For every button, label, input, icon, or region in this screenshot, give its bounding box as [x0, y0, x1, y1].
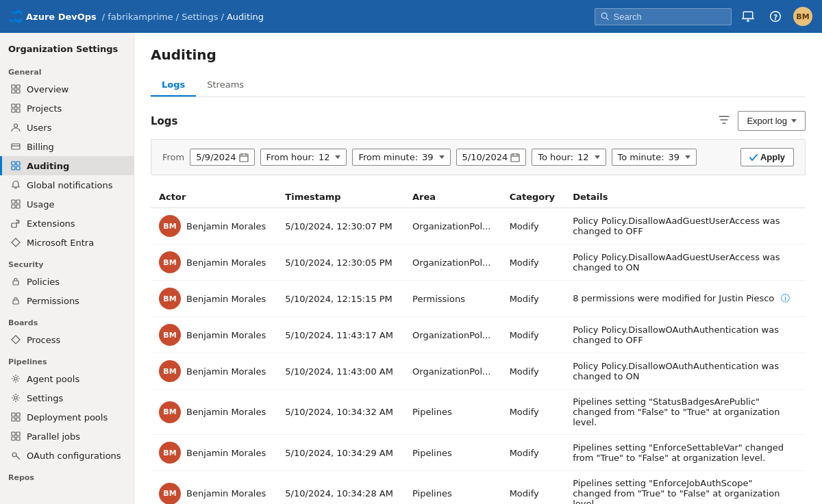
notifications-icon[interactable] [737, 5, 759, 27]
actor-cell-5: BM Benjamin Morales [151, 390, 277, 435]
from-minute-label: From minute: [358, 152, 418, 162]
to-minute-value: 39 [669, 152, 680, 162]
sidebar-label-agent-pools: Agent pools [27, 374, 79, 384]
tab-logs[interactable]: Logs [151, 74, 196, 97]
sidebar-label-users: Users [27, 123, 51, 133]
from-hour-label: From hour: [266, 152, 314, 162]
svg-rect-14 [12, 109, 15, 112]
from-date-picker[interactable]: 5/9/2024 [190, 149, 254, 166]
actor-name-2: Benjamin Morales [186, 294, 266, 304]
checkmark-icon [749, 153, 758, 162]
details-cell-1: Policy Policy.DisallowAadGuestUserAccess… [564, 244, 806, 281]
user-avatar[interactable]: BM [792, 5, 814, 27]
search-bar[interactable] [595, 8, 732, 25]
area-cell-0: OrganizationPol... [404, 208, 501, 244]
tab-streams[interactable]: Streams [196, 74, 255, 97]
search-input[interactable] [614, 12, 725, 22]
sidebar-item-projects[interactable]: Projects [0, 99, 134, 118]
sidebar-item-agent-pools[interactable]: Agent pools [0, 369, 134, 388]
sidebar-item-users[interactable]: Users [0, 118, 134, 137]
svg-rect-20 [16, 162, 20, 165]
sidebar-item-auditing[interactable]: Auditing [0, 156, 134, 175]
svg-rect-29 [13, 281, 18, 285]
svg-rect-48 [511, 154, 519, 162]
sidebar-item-parallel-jobs[interactable]: Parallel jobs [0, 427, 134, 446]
parallel-jobs-icon [10, 431, 21, 442]
svg-rect-12 [12, 104, 15, 108]
to-minute-dropdown[interactable]: To minute: 39 [612, 149, 697, 166]
deployment-icon [10, 412, 21, 423]
category-cell-0: Modify [501, 208, 565, 244]
to-date-picker[interactable]: 5/10/2024 [456, 149, 527, 166]
details-cell-5: Pipelines setting "StatusBadgesArePublic… [564, 390, 806, 435]
breadcrumb-org[interactable]: fabrikamprime [108, 12, 173, 22]
logs-header: Logs Export log [151, 111, 806, 131]
from-hour-dropdown[interactable]: From hour: 12 [260, 149, 347, 166]
svg-line-1 [606, 18, 608, 20]
tabs-container: Logs Streams [151, 74, 806, 97]
actor-name-4: Benjamin Morales [186, 366, 266, 377]
usage-icon [10, 199, 21, 210]
sidebar-label-deployment-pools: Deployment pools [27, 412, 108, 423]
svg-point-0 [601, 13, 607, 18]
actor-cell-2: BM Benjamin Morales [151, 281, 277, 317]
main-layout: Organization Settings General Overview P… [0, 33, 822, 504]
settings-gear-icon [10, 392, 21, 403]
category-cell-7: Modify [501, 471, 565, 505]
sidebar-item-usage[interactable]: Usage [0, 194, 134, 214]
sidebar-item-overview[interactable]: Overview [0, 79, 134, 99]
apply-button[interactable]: Apply [740, 148, 794, 166]
svg-rect-2 [743, 12, 753, 18]
timestamp-cell-7: 5/10/2024, 10:34:28 AM [277, 471, 404, 505]
table-row: BM Benjamin Morales 5/10/2024, 10:34:32 … [151, 390, 806, 435]
sidebar-item-deployment-pools[interactable]: Deployment pools [0, 407, 134, 427]
area-cell-7: Pipelines [404, 471, 501, 505]
svg-point-33 [14, 396, 17, 399]
filter-icon[interactable] [719, 114, 730, 127]
svg-marker-31 [12, 336, 20, 344]
area-cell-1: OrganizationPol... [404, 244, 501, 281]
svg-rect-35 [16, 413, 20, 416]
sidebar-item-extensions[interactable]: Extensions [0, 214, 134, 233]
sidebar-label-policies: Policies [27, 277, 60, 287]
actor-cell-7: BM Benjamin Morales [151, 471, 277, 505]
export-chevron-icon [791, 119, 797, 123]
to-hour-dropdown[interactable]: To hour: 12 [532, 149, 606, 166]
svg-rect-8 [12, 85, 15, 88]
sidebar: Organization Settings General Overview P… [0, 33, 134, 504]
sidebar-item-policies[interactable]: Policies [0, 272, 134, 291]
actor-avatar-7: BM [159, 483, 181, 505]
help-icon[interactable]: ? [764, 5, 786, 27]
sidebar-item-settings[interactable]: Settings [0, 388, 134, 407]
person-icon [10, 122, 21, 133]
col-actor: Actor [151, 186, 277, 208]
area-cell-5: Pipelines [404, 390, 501, 435]
azure-devops-logo[interactable]: Azure DevOps [8, 10, 97, 23]
category-cell-5: Modify [501, 390, 565, 435]
details-cell-4: Policy Policy.DisallowOAuthAuthenticatio… [564, 353, 806, 390]
svg-rect-24 [16, 200, 20, 203]
content-area: Auditing Logs Streams Logs Export log Fr… [134, 33, 822, 504]
puzzle-icon [10, 218, 21, 229]
key-icon [10, 450, 21, 461]
actor-cell-4: BM Benjamin Morales [151, 353, 277, 390]
svg-rect-38 [12, 432, 15, 436]
sidebar-item-process[interactable]: Process [0, 330, 134, 349]
permissions-lock-icon [10, 295, 21, 306]
from-label: From [162, 152, 184, 162]
export-log-button[interactable]: Export log [738, 111, 806, 131]
sidebar-section-repos: Repos [0, 465, 134, 485]
sidebar-item-oauth-configurations[interactable]: OAuth configurations [0, 446, 134, 465]
from-minute-dropdown[interactable]: From minute: 39 [352, 149, 450, 166]
breadcrumb-settings[interactable]: Settings [182, 12, 218, 22]
info-icon-2[interactable]: ⓘ [781, 293, 790, 303]
sidebar-item-billing[interactable]: Billing [0, 137, 134, 156]
export-label: Export log [747, 116, 787, 126]
from-minute-chevron [439, 155, 445, 159]
svg-rect-39 [16, 432, 20, 436]
sidebar-item-microsoft-entra[interactable]: Microsoft Entra [0, 233, 134, 252]
sidebar-item-global-notifications[interactable]: Global notifications [0, 175, 134, 194]
user-initials: BM [793, 7, 812, 26]
sidebar-item-permissions[interactable]: Permissions [0, 291, 134, 310]
sidebar-label-overview: Overview [27, 84, 68, 94]
